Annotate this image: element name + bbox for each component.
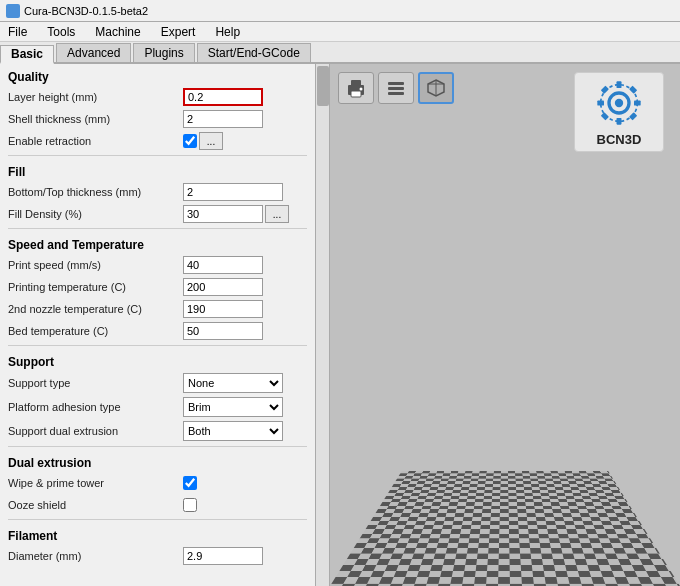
row-platform-adhesion: Platform adhesion type None Brim Raft — [0, 395, 315, 419]
label-print-speed: Print speed (mm/s) — [8, 259, 183, 271]
input-fill-density[interactable] — [183, 205, 263, 223]
svg-rect-17 — [629, 85, 637, 93]
input-diameter[interactable] — [183, 547, 263, 565]
svg-rect-2 — [351, 91, 361, 97]
checkbox-ooze-shield[interactable] — [183, 498, 197, 512]
row-support-dual: Support dual extrusion Both First extrud… — [0, 419, 315, 443]
row-2nd-nozzle-temp: 2nd nozzle temperature (C) — [0, 298, 315, 320]
input-layer-height[interactable] — [183, 88, 263, 106]
menu-file[interactable]: File — [4, 25, 31, 39]
row-fill-density: Fill Density (%) ... — [0, 203, 315, 225]
view-btn-print[interactable] — [338, 72, 374, 104]
input-bottom-top[interactable] — [183, 183, 283, 201]
tab-bar: Basic Advanced Plugins Start/End-GCode — [0, 42, 680, 64]
input-shell-thickness[interactable] — [183, 110, 263, 128]
label-ooze-shield: Ooze shield — [8, 499, 183, 511]
input-print-speed[interactable] — [183, 256, 263, 274]
divider-1 — [8, 155, 307, 156]
label-wipe-tower: Wipe & prime tower — [8, 477, 183, 489]
menu-machine[interactable]: Machine — [91, 25, 144, 39]
input-print-temp[interactable] — [183, 278, 263, 296]
select-support-type[interactable]: None Touching buildplate Everywhere — [183, 373, 283, 393]
view-btn-3d[interactable] — [418, 72, 454, 104]
tab-basic[interactable]: Basic — [0, 45, 54, 64]
row-enable-retraction: Enable retraction ... — [0, 130, 315, 152]
menu-expert[interactable]: Expert — [157, 25, 200, 39]
menu-tools[interactable]: Tools — [43, 25, 79, 39]
label-bottom-top: Bottom/Top thickness (mm) — [8, 186, 183, 198]
svg-point-11 — [615, 98, 623, 106]
section-dual-header: Dual extrusion — [0, 450, 315, 472]
app-icon — [6, 4, 20, 18]
label-support-dual: Support dual extrusion — [8, 425, 183, 437]
btn-fill-dots[interactable]: ... — [265, 205, 289, 223]
svg-rect-1 — [351, 80, 361, 86]
tab-startend[interactable]: Start/End-GCode — [197, 43, 311, 62]
section-fill-header: Fill — [0, 159, 315, 181]
label-diameter: Diameter (mm) — [8, 550, 183, 562]
printer-icon — [345, 77, 367, 99]
label-shell-thickness: Shell thickness (mm) — [8, 113, 183, 125]
right-panel: BCN3D — [330, 64, 680, 586]
section-support-header: Support — [0, 349, 315, 371]
label-2nd-nozzle-temp: 2nd nozzle temperature (C) — [8, 303, 183, 315]
row-bed-temp: Bed temperature (C) — [0, 320, 315, 342]
svg-rect-18 — [601, 112, 609, 120]
label-print-temp: Printing temperature (C) — [8, 281, 183, 293]
form-area: Quality Layer height (mm) Shell thicknes… — [0, 64, 329, 567]
tab-plugins[interactable]: Plugins — [133, 43, 194, 62]
row-bottom-top: Bottom/Top thickness (mm) — [0, 181, 315, 203]
scrollbar[interactable] — [315, 64, 329, 586]
3d-cube-icon — [425, 77, 447, 99]
layers-icon — [385, 77, 407, 99]
row-shell-thickness: Shell thickness (mm) — [0, 108, 315, 130]
tab-advanced[interactable]: Advanced — [56, 43, 131, 62]
select-support-dual[interactable]: Both First extruder Second extruder — [183, 421, 283, 441]
view-toolbar — [338, 72, 454, 104]
left-panel: Quality Layer height (mm) Shell thicknes… — [0, 64, 330, 586]
select-platform-adhesion[interactable]: None Brim Raft — [183, 397, 283, 417]
label-bed-temp: Bed temperature (C) — [8, 325, 183, 337]
svg-rect-5 — [388, 87, 404, 90]
svg-rect-4 — [388, 82, 404, 85]
svg-rect-6 — [388, 92, 404, 95]
bcn3d-logo-box: BCN3D — [574, 72, 664, 152]
title-bar-text: Cura-BCN3D-0.1.5-beta2 — [24, 5, 148, 17]
row-support-type: Support type None Touching buildplate Ev… — [0, 371, 315, 395]
main-layout: Quality Layer height (mm) Shell thicknes… — [0, 64, 680, 586]
row-diameter: Diameter (mm) — [0, 545, 315, 567]
checkbox-wipe-tower[interactable] — [183, 476, 197, 490]
bcn3d-gear-icon — [594, 78, 644, 128]
title-bar: Cura-BCN3D-0.1.5-beta2 — [0, 0, 680, 22]
svg-rect-16 — [601, 85, 609, 93]
row-ooze-shield: Ooze shield — [0, 494, 315, 516]
svg-rect-19 — [629, 112, 637, 120]
section-filament-header: Filament — [0, 523, 315, 545]
divider-2 — [8, 228, 307, 229]
svg-point-3 — [360, 88, 363, 91]
checkbox-retraction[interactable] — [183, 134, 197, 148]
label-platform-adhesion: Platform adhesion type — [8, 401, 183, 413]
bcn3d-label: BCN3D — [597, 132, 642, 147]
row-print-temp: Printing temperature (C) — [0, 276, 315, 298]
view-btn-layers[interactable] — [378, 72, 414, 104]
btn-retraction-dots[interactable]: ... — [199, 132, 223, 150]
divider-4 — [8, 446, 307, 447]
menu-help[interactable]: Help — [211, 25, 244, 39]
input-bed-temp[interactable] — [183, 322, 263, 340]
row-wipe-tower: Wipe & prime tower — [0, 472, 315, 494]
label-support-type: Support type — [8, 377, 183, 389]
label-layer-height: Layer height (mm) — [8, 91, 183, 103]
divider-5 — [8, 519, 307, 520]
row-print-speed: Print speed (mm/s) — [0, 254, 315, 276]
label-enable-retraction: Enable retraction — [8, 135, 183, 147]
row-layer-height: Layer height (mm) — [0, 86, 315, 108]
menu-bar: File Tools Machine Expert Help — [0, 22, 680, 42]
input-2nd-nozzle-temp[interactable] — [183, 300, 263, 318]
section-quality-header: Quality — [0, 64, 315, 86]
divider-3 — [8, 345, 307, 346]
label-fill-density: Fill Density (%) — [8, 208, 183, 220]
scroll-thumb[interactable] — [317, 66, 329, 106]
checkerboard-floor — [330, 471, 680, 586]
section-speed-header: Speed and Temperature — [0, 232, 315, 254]
